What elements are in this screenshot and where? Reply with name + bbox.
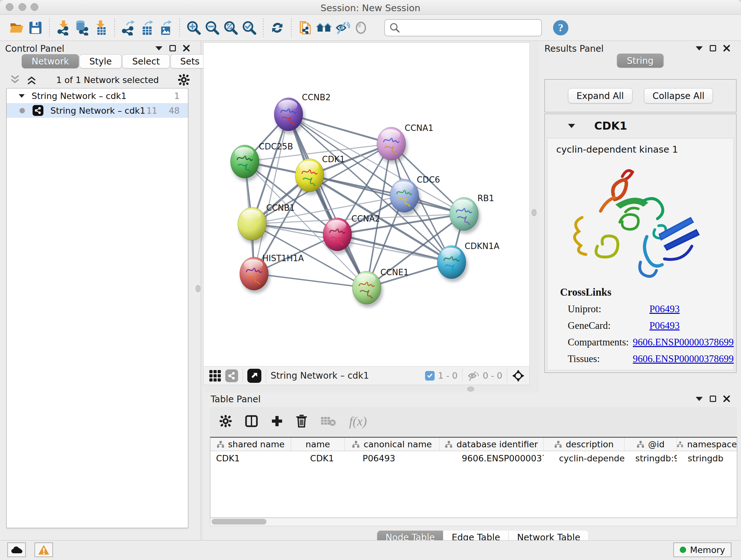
delete-column-icon[interactable] (296, 415, 307, 428)
show-all-button[interactable] (352, 18, 370, 38)
network-row-selected[interactable]: String Network – cdk1 11 48 (7, 103, 188, 118)
open-session-button[interactable] (8, 18, 26, 38)
show-columns-icon[interactable] (245, 415, 258, 427)
network-edge-HIST1H1A-CCNE1[interactable] (254, 273, 367, 288)
birds-eye-toggle[interactable] (247, 369, 261, 383)
table-horizontal-scrollbar[interactable] (210, 518, 737, 526)
tab-select[interactable]: Select (122, 54, 170, 68)
help-icon: ? (552, 19, 569, 36)
cell-id[interactable]: stringdb:9... (624, 451, 677, 465)
help-button[interactable]: ? (551, 18, 570, 38)
memory-button[interactable]: Memory (673, 543, 731, 557)
control-panel-close-button[interactable] (183, 45, 190, 52)
export-network-button[interactable] (119, 18, 138, 38)
gene-expand-icon[interactable] (568, 124, 575, 128)
cell-namespace[interactable]: stringdb (677, 451, 737, 465)
cell-description[interactable]: cyclin-dependent ... (544, 451, 624, 465)
collapse-all-networks-icon[interactable] (10, 75, 20, 84)
network-node-CDKN1A[interactable]: CDKN1A (437, 241, 499, 282)
import-table-button[interactable] (91, 18, 110, 38)
search-input[interactable] (403, 21, 541, 35)
results-panel-close-button[interactable] (723, 45, 730, 52)
network-edge-CDK1-RB1[interactable] (310, 175, 464, 214)
collection-expand-icon[interactable] (19, 94, 25, 98)
uniprot-link[interactable]: P06493 (650, 303, 680, 315)
tab-network[interactable]: Network (22, 54, 79, 68)
node-label-CDC6: CDC6 (417, 175, 440, 185)
string-view-icon[interactable] (225, 369, 238, 382)
column-header-canonical-name[interactable]: canonical name (345, 438, 440, 451)
create-column-icon[interactable] (271, 415, 283, 427)
first-neighbors-button[interactable] (315, 18, 333, 38)
node-label-CCNB2: CCNB2 (302, 92, 331, 102)
table-panel-close-button[interactable] (723, 395, 730, 402)
network-node-CCNB1[interactable]: CCNB1 (238, 203, 295, 244)
main-toolbar: ? (0, 15, 741, 41)
zoom-selected-button[interactable] (240, 18, 259, 38)
table-panel-float-button[interactable] (710, 395, 716, 402)
node-label-CDKN1A: CDKN1A (465, 241, 499, 251)
zoom-in-button[interactable] (185, 18, 203, 38)
warnings-button[interactable] (35, 543, 53, 557)
column-header-namespace[interactable]: namespace (677, 438, 737, 451)
cell-database-identifier[interactable]: 9606.ENSP00000378699 (440, 451, 544, 465)
compartments-link[interactable]: 9606.ENSP00000378699 (633, 336, 734, 348)
network-options-gear-icon[interactable] (178, 74, 190, 85)
column-type-icon (217, 441, 224, 448)
network-node-RB1[interactable]: RB1 (450, 193, 494, 234)
cell-canonical-name[interactable]: P06493 (345, 451, 440, 465)
column-header-id[interactable]: @id (624, 438, 677, 451)
scrollbar-thumb[interactable] (212, 519, 266, 524)
collapse-all-button[interactable]: Collapse All (644, 88, 713, 104)
network-node-count: 11 (146, 106, 157, 116)
cell-shared-name[interactable]: CDK1 (210, 451, 291, 465)
gene-symbol: CDK1 (594, 119, 627, 132)
zoom-out-button[interactable] (203, 18, 221, 38)
expand-all-networks-icon[interactable] (26, 75, 37, 84)
network-node-CCNA2[interactable]: CCNA2 (323, 214, 380, 254)
expand-all-button[interactable]: Expand All (568, 88, 632, 104)
export-image-button[interactable] (156, 18, 175, 38)
network-collection-row[interactable]: String Network – cdk1 1 (7, 88, 188, 103)
table-row[interactable]: CDK1 CDK1 P06493 9606.ENSP00000378699 cy… (210, 451, 737, 465)
export-table-button[interactable] (138, 18, 156, 38)
results-panel-float-button[interactable] (710, 45, 716, 51)
hide-selected-button[interactable] (333, 18, 352, 38)
save-session-button[interactable] (26, 18, 45, 38)
network-node-CCNE1[interactable]: CCNE1 (352, 267, 409, 307)
network-node-CCNB2[interactable]: CCNB2 (274, 92, 331, 134)
tab-style[interactable]: Style (79, 54, 122, 68)
network-edge-CCNB2-HIST1H1A[interactable] (254, 114, 288, 273)
cloud-status-button[interactable] (7, 543, 26, 557)
cell-name[interactable]: CDK1 (291, 451, 345, 465)
view-grid-icon[interactable] (209, 370, 221, 381)
left-splitter-handle[interactable] (196, 285, 200, 292)
copy-file-icon (298, 20, 313, 36)
network-canvas[interactable]: CCNB2CCNA1CDC25BCDK1CDC6RB1CCNB1CCNA2CDK… (204, 43, 529, 366)
network-node-CDC6[interactable]: CDC6 (390, 175, 440, 215)
network-node-HIST1H1A[interactable]: HIST1H1A (240, 253, 304, 294)
fit-content-crosshair-icon[interactable] (512, 369, 525, 382)
control-panel-menu-button[interactable] (155, 46, 162, 51)
column-header-shared-name[interactable]: shared name (210, 438, 291, 451)
tissues-link[interactable]: 9606.ENSP00000378699 (633, 353, 734, 365)
genecard-link[interactable]: P06493 (650, 320, 680, 331)
zoom-fit-button[interactable] (221, 18, 240, 38)
pharos-link[interactable]: P06493 (650, 370, 680, 370)
bottom-splitter-handle[interactable] (467, 387, 474, 391)
table-panel-menu-button[interactable] (696, 397, 703, 401)
import-network-file-button[interactable] (54, 18, 73, 38)
right-splitter-handle[interactable] (532, 209, 536, 216)
column-header-database-identifier[interactable]: database identifier (440, 438, 543, 451)
tab-string[interactable]: String (617, 54, 664, 68)
column-header-name[interactable]: name (291, 438, 345, 451)
refresh-button[interactable] (268, 18, 286, 38)
control-panel-float-button[interactable] (170, 45, 176, 51)
import-network-database-button[interactable] (73, 18, 91, 38)
table-options-gear-icon[interactable] (219, 415, 232, 427)
copy-network-button[interactable] (296, 18, 315, 38)
column-header-description[interactable]: description (544, 438, 624, 451)
search-field (384, 19, 542, 37)
results-panel-menu-button[interactable] (696, 46, 703, 51)
selected-indicator-checkbox[interactable] (425, 371, 434, 381)
